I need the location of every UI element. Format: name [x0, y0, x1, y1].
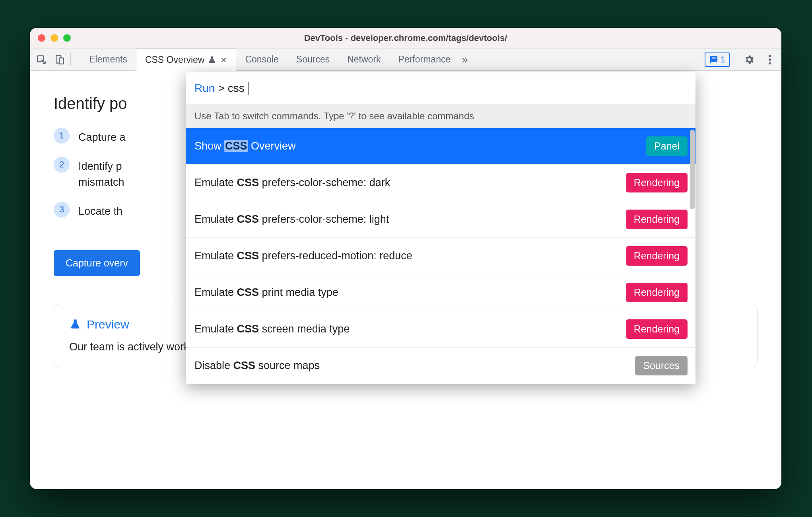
device-toggle-icon[interactable]: [52, 52, 67, 67]
command-input[interactable]: css: [228, 82, 245, 95]
command-item-badge: Rendering: [626, 173, 688, 192]
command-input-row[interactable]: Run >css: [186, 72, 695, 104]
tab-elements[interactable]: Elements: [80, 49, 136, 70]
scrollbar-thumb[interactable]: [690, 130, 695, 209]
devtools-window: DevTools - developer.chrome.com/tags/dev…: [30, 28, 781, 489]
step-text-line: mismatch: [78, 176, 124, 188]
text-cursor: [248, 82, 249, 95]
zoom-window-button[interactable]: [63, 34, 71, 42]
kebab-menu-icon[interactable]: [762, 52, 777, 67]
command-item[interactable]: Emulate CSS prefers-color-scheme: darkRe…: [186, 165, 695, 201]
command-item[interactable]: Disable CSS source mapsSources: [186, 348, 695, 384]
capture-overview-button[interactable]: Capture overv: [54, 250, 140, 276]
svg-rect-2: [59, 58, 64, 64]
close-icon[interactable]: ✕: [220, 55, 227, 65]
tab-performance[interactable]: Performance: [390, 49, 460, 70]
tab-sources[interactable]: Sources: [288, 49, 338, 70]
step-number: 3: [54, 202, 70, 218]
command-item-badge: Rendering: [626, 319, 688, 339]
command-item-badge: Rendering: [626, 210, 688, 229]
step-number: 2: [54, 157, 70, 173]
command-item[interactable]: Show CSS OverviewPanel: [186, 128, 695, 165]
svg-point-5: [769, 62, 771, 64]
tab-label: CSS Overview: [145, 54, 205, 65]
tab-label: Performance: [398, 54, 451, 65]
command-item[interactable]: Emulate CSS prefers-color-scheme: lightR…: [186, 201, 695, 238]
command-item-badge: Panel: [646, 136, 688, 156]
command-item[interactable]: Emulate CSS screen media typeRendering: [186, 311, 695, 348]
flask-icon: [69, 319, 81, 330]
toolbar-divider: [736, 53, 736, 66]
step-number: 1: [54, 128, 70, 144]
traffic-lights: [38, 34, 71, 42]
more-tabs-icon[interactable]: »: [462, 53, 468, 66]
minimize-window-button[interactable]: [51, 34, 58, 42]
toolbar-divider: [70, 53, 71, 66]
close-window-button[interactable]: [38, 34, 45, 42]
tab-label: Network: [347, 54, 381, 65]
toolbar-right: 1: [705, 52, 777, 67]
command-item-badge: Sources: [635, 356, 688, 375]
issues-button[interactable]: 1: [705, 52, 730, 67]
panel-tabs: Elements CSS Overview ✕ Console Sources …: [80, 49, 468, 70]
input-prefix: >: [218, 82, 224, 95]
command-item-label: Emulate CSS prefers-reduced-motion: redu…: [194, 250, 412, 262]
run-label: Run: [194, 82, 215, 95]
svg-point-4: [769, 58, 771, 61]
command-item[interactable]: Emulate CSS print media typeRendering: [186, 274, 695, 311]
step-text: Locate th: [78, 202, 122, 220]
inspect-element-icon[interactable]: [34, 52, 49, 67]
tab-network[interactable]: Network: [338, 49, 389, 70]
preview-label: Preview: [87, 318, 129, 331]
tab-label: Sources: [296, 54, 330, 65]
step-text: Capture a: [78, 128, 126, 146]
tab-css-overview[interactable]: CSS Overview ✕: [136, 49, 237, 71]
svg-point-3: [769, 54, 771, 57]
command-item-label: Emulate CSS prefers-color-scheme: dark: [194, 177, 390, 189]
titlebar: DevTools - developer.chrome.com/tags/dev…: [30, 28, 781, 49]
command-menu: Run >css Use Tab to switch commands. Typ…: [186, 72, 695, 384]
gear-icon[interactable]: [742, 52, 757, 67]
command-item-label: Emulate CSS screen media type: [194, 323, 350, 335]
command-hint: Use Tab to switch commands. Type '?' to …: [186, 104, 695, 128]
tab-console[interactable]: Console: [236, 49, 287, 70]
command-item-label: Emulate CSS print media type: [194, 286, 338, 299]
command-item-label: Disable CSS source maps: [194, 360, 320, 372]
step-text-line: Identify p: [78, 160, 122, 172]
tab-label: Elements: [89, 54, 127, 65]
command-item-label: Emulate CSS prefers-color-scheme: light: [194, 213, 389, 225]
tab-label: Console: [245, 54, 278, 65]
issues-count: 1: [721, 54, 725, 65]
devtools-toolbar: Elements CSS Overview ✕ Console Sources …: [30, 49, 781, 71]
command-item[interactable]: Emulate CSS prefers-reduced-motion: redu…: [186, 238, 695, 274]
command-item-label: Show CSS Overview: [194, 140, 296, 152]
chat-icon: [709, 55, 718, 64]
window-title: DevTools - developer.chrome.com/tags/dev…: [30, 33, 781, 43]
command-item-badge: Rendering: [626, 283, 688, 302]
command-item-badge: Rendering: [626, 246, 688, 266]
flask-icon: [208, 56, 216, 64]
command-results: Show CSS OverviewPanelEmulate CSS prefer…: [186, 128, 695, 384]
